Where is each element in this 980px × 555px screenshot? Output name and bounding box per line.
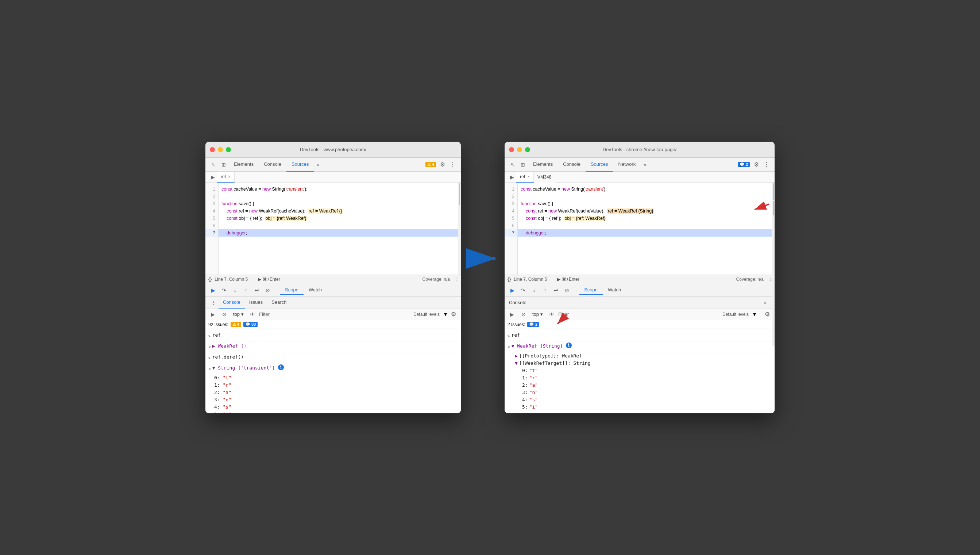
console-tab[interactable]: Console (219, 297, 245, 308)
console-settings-left[interactable]: ⚙ (448, 309, 459, 319)
right-line-num-3[interactable]: 3 (505, 200, 517, 207)
search-tab[interactable]: Search (267, 297, 291, 308)
right-layers-icon[interactable]: ⊞ (518, 160, 528, 170)
settings-icon[interactable]: ⚙ (438, 160, 448, 170)
file-tab-ref[interactable]: ref × (217, 172, 235, 183)
right-window-title: DevTools - chrome://new-tab-page/ (603, 147, 676, 152)
right-settings-icon[interactable]: ⚙ (751, 160, 761, 170)
right-line-num-1[interactable]: 1 (505, 186, 517, 193)
eye-icon[interactable]: 👁 (247, 309, 257, 319)
code-editor-right[interactable]: const cacheValue = new String('transient… (518, 183, 772, 274)
right-file-tab-ref[interactable]: ref × (516, 172, 534, 183)
right-file-tab-close[interactable]: × (527, 174, 530, 179)
console-ref-label: ref (213, 332, 221, 339)
code-editor-left[interactable]: const cacheValue = new String('transient… (219, 183, 458, 274)
right-tab-sources[interactable]: Sources (585, 158, 613, 172)
right-line-num-4[interactable]: 4 (505, 207, 517, 215)
right-close-button[interactable] (509, 147, 514, 152)
line-num-3[interactable]: 3 (205, 200, 218, 207)
curly-braces-icon: {} (208, 277, 212, 282)
line-num-1[interactable]: 1 (205, 186, 218, 193)
right-step-over-button[interactable]: ↷ (518, 286, 528, 295)
step-into-button[interactable]: ↓ (230, 286, 240, 295)
layers-icon[interactable]: ⊞ (219, 160, 229, 170)
right-step-button[interactable]: ↩ (551, 286, 561, 295)
maximize-button[interactable] (226, 147, 231, 152)
top-dropdown-right[interactable]: top ▾ (530, 311, 545, 318)
line-num-7[interactable]: 7 (205, 229, 218, 237)
right-file-tab-ref-label: ref (520, 174, 525, 179)
right-minimize-button[interactable] (517, 147, 522, 152)
code-line-7: debugger; (219, 229, 458, 237)
right-run-button[interactable]: ▶ ⌘+Enter (557, 277, 579, 282)
issues-tab[interactable]: Issues (245, 297, 267, 308)
console-clear-icon[interactable]: ⊘ (219, 309, 230, 319)
close-button[interactable] (210, 147, 215, 152)
right-more-tabs[interactable]: » (641, 162, 649, 167)
right-code-line-5: const obj = { ref }; obj = {ref: WeakRef… (518, 215, 772, 222)
right-resume-button[interactable]: ▶ (507, 286, 517, 295)
right-console-close[interactable]: × (760, 298, 770, 308)
right-bottom-scrollbar[interactable] (772, 200, 775, 346)
console-filter-right[interactable] (558, 311, 721, 317)
top-dropdown-left[interactable]: top ▾ (231, 311, 246, 318)
right-more-icon[interactable]: ⋮ (761, 160, 772, 170)
right-deactivate-button[interactable]: ⊘ (562, 286, 572, 295)
right-line-num-2[interactable]: 2 (505, 193, 517, 200)
right-console-clear-icon[interactable]: ⊘ (518, 309, 529, 319)
console-run-icon[interactable]: ▶ (208, 309, 218, 319)
right-tab-elements[interactable]: Elements (528, 158, 558, 172)
right-console-run-icon[interactable]: ▶ (507, 309, 517, 319)
cursor-icon[interactable]: ↖ (208, 160, 219, 170)
more-tabs[interactable]: » (314, 162, 323, 167)
deactivate-button[interactable]: ⊘ (263, 286, 273, 295)
tab-elements[interactable]: Elements (229, 158, 259, 172)
right-tab-console[interactable]: Console (558, 158, 585, 172)
right-play-pause-icon[interactable]: ▶ (507, 173, 516, 181)
right-levels-dropdown[interactable]: Default levels (723, 312, 749, 317)
right-watch-tab[interactable]: Watch (603, 286, 626, 295)
run-button[interactable]: ▶ ⌘+Enter (258, 277, 280, 282)
right-cursor-icon[interactable]: ↖ (507, 160, 518, 170)
watch-tab[interactable]: Watch (304, 286, 327, 295)
right-file-tab-vm[interactable]: VM348 (534, 172, 555, 183)
right-tree-1: 1: "r" (522, 374, 772, 382)
tab-console[interactable]: Console (259, 158, 286, 172)
line-num-4[interactable]: 4 (205, 207, 218, 215)
levels-chevron: ▾ (444, 311, 447, 318)
code-line-1: const cacheValue = new String('transient… (219, 186, 458, 193)
file-tab-close[interactable]: × (228, 174, 230, 179)
blue-arrow (463, 244, 503, 273)
right-status-bar: {} Line 7, Column 5 ▶ ⌘+Enter Coverage: … (505, 274, 775, 284)
scope-tab[interactable]: Scope (280, 286, 304, 295)
right-line-num-6[interactable]: 6 (505, 222, 517, 229)
play-pause-icon[interactable]: ▶ (208, 173, 217, 181)
right-maximize-button[interactable] (525, 147, 530, 152)
console-item-deref: > ref.deref() (208, 352, 458, 363)
left-file-tabs: ▶ ref × (205, 172, 461, 183)
line-num-2[interactable]: 2 (205, 193, 218, 200)
line-num-5[interactable]: 5 (205, 215, 218, 222)
right-tab-network[interactable]: Network (613, 158, 641, 172)
right-line-num-5[interactable]: 5 (505, 215, 517, 222)
levels-dropdown-left[interactable]: Default levels (413, 312, 440, 317)
window-controls (210, 147, 231, 152)
right-step-out-button[interactable]: ↑ (540, 286, 550, 295)
step-out-button[interactable]: ↑ (241, 286, 251, 295)
tab-sources[interactable]: Sources (286, 158, 314, 172)
step-button[interactable]: ↩ (252, 286, 262, 295)
step-over-button[interactable]: ↷ (219, 286, 229, 295)
line-num-6[interactable]: 6 (205, 222, 218, 229)
minimize-button[interactable] (218, 147, 223, 152)
right-console-settings[interactable]: ⚙ (762, 309, 772, 319)
top-label-left: top (233, 311, 240, 317)
bottom-more-icon[interactable]: ⋮ (208, 298, 219, 308)
resume-button[interactable]: ▶ (208, 286, 218, 295)
code-scrollbar[interactable] (458, 183, 461, 274)
right-line-num-7[interactable]: 7 (505, 229, 517, 237)
right-step-into-button[interactable]: ↓ (529, 286, 539, 295)
right-file-tabs: ▶ ref × VM348 (505, 172, 775, 183)
right-scope-tab[interactable]: Scope (579, 286, 603, 295)
console-filter-left[interactable] (259, 311, 412, 317)
more-icon[interactable]: ⋮ (448, 160, 458, 170)
